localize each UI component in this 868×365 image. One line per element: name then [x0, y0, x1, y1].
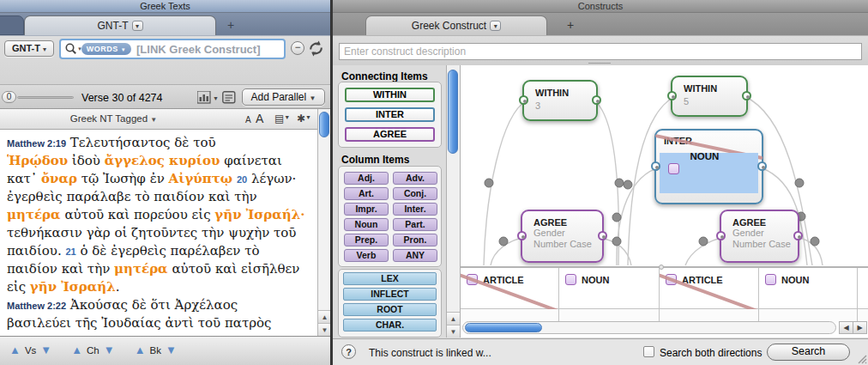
scroll-right-button[interactable]: ▶	[853, 321, 867, 334]
search-hit-word: μητέρα	[114, 261, 168, 277]
nav-bk-down-button[interactable]: ▼	[166, 344, 177, 356]
search-both-directions-checkbox[interactable]	[643, 346, 654, 357]
connector-socket[interactable]	[793, 231, 803, 240]
scroll-left-button[interactable]: ◀	[839, 321, 853, 334]
add-parallel-button[interactable]: Add Parallel ▼	[242, 88, 325, 106]
tab-greek-construct[interactable]: Greek Construct▾	[365, 15, 547, 35]
display-settings-icon[interactable]: ▤▼	[274, 113, 290, 125]
right-window-titlebar[interactable]: Constructs	[333, 0, 868, 13]
bible-text-pane[interactable]: Matthew 2:19 Τελευτήσαντος δὲ τοῦἩρῴδου …	[0, 130, 318, 336]
greek-text: αὐτοῦ καὶ εἰσῆλθεν	[168, 261, 300, 277]
nav-ch-up-button[interactable]: ▲	[71, 344, 82, 356]
column-checkbox[interactable]	[565, 274, 576, 285]
canvas-horizontal-scrollbar[interactable]	[462, 321, 836, 334]
column-checkbox[interactable]	[765, 274, 776, 285]
scroll-up-button[interactable]: ▲	[318, 310, 331, 323]
tab-gnt-t[interactable]: GNT-T▾	[24, 15, 216, 35]
column-article-3[interactable]: ARTICLE	[660, 268, 759, 323]
update-search-icon[interactable]	[307, 40, 325, 58]
column-article-1[interactable]: ARTICLE	[461, 268, 559, 323]
palette-item-lex[interactable]: LEX	[343, 272, 437, 285]
nav-vs-up-button[interactable]: ▲	[9, 344, 21, 356]
agree-node-1[interactable]: AGREE Gender Number Case	[521, 210, 604, 263]
tab-dropdown-icon[interactable]: ▾	[490, 21, 501, 31]
help-button[interactable]: ?	[341, 344, 356, 359]
palette-item-char[interactable]: CHAR.	[343, 319, 437, 332]
connector-socket[interactable]	[517, 231, 527, 240]
scroll-down-button[interactable]: ▼	[447, 325, 460, 338]
palette-item-conj[interactable]: Conj.	[393, 187, 437, 200]
remove-search-row-button[interactable]: −	[291, 41, 304, 55]
connector-socket[interactable]	[592, 95, 601, 105]
palette-item-pron[interactable]: Pron.	[393, 234, 437, 246]
scrollbar-thumb[interactable]	[319, 112, 329, 137]
search-input[interactable]	[136, 40, 280, 58]
palette-item-root[interactable]: ROOT	[343, 303, 437, 316]
nav-bk-up-button[interactable]: ▲	[135, 344, 146, 356]
palette-item-verb[interactable]: Verb	[344, 249, 389, 262]
text-vertical-scrollbar[interactable]: ▲ ▼	[317, 109, 330, 336]
palette-item-adj[interactable]: Adj.	[344, 172, 389, 185]
connector-socket[interactable]	[667, 91, 677, 100]
connector-socket[interactable]	[716, 231, 726, 240]
resize-grip-icon[interactable]	[856, 353, 867, 364]
palette-item-adv[interactable]: Adv.	[393, 172, 437, 185]
noun-checkbox[interactable]	[668, 163, 679, 174]
connector-socket[interactable]	[757, 161, 767, 171]
scroll-up-button[interactable]: ▲	[447, 312, 460, 325]
search-button[interactable]: Search	[767, 344, 850, 361]
connector-socket[interactable]	[742, 91, 751, 100]
agree-node-2[interactable]: AGREE Gender Number Case	[720, 210, 799, 263]
search-icon[interactable]	[64, 42, 78, 56]
column-noun-2[interactable]: NOUN	[559, 268, 660, 323]
dropdown-arrow-icon[interactable]: ▼	[213, 95, 219, 101]
analysis-chart-icon[interactable]	[197, 91, 211, 104]
palette-item-noun[interactable]: Noun	[344, 218, 389, 231]
dropdown-arrow-icon: ▼	[310, 94, 316, 102]
connector-socket[interactable]	[598, 231, 607, 240]
nav-vs-down-button[interactable]: ▼	[40, 344, 51, 356]
construct-description-input[interactable]	[339, 43, 862, 60]
increase-font-button[interactable]: A	[256, 112, 263, 125]
search-field[interactable]: ▼ WORDS ▼	[59, 39, 286, 59]
dropdown-arrow-icon: ▼	[121, 47, 126, 52]
text-module-title[interactable]: Greek NT Tagged ▼	[0, 113, 227, 124]
left-window-titlebar[interactable]: Greek Texts	[0, 0, 330, 13]
palette-item-agree[interactable]: AGREE	[345, 127, 435, 142]
palette-item-prep[interactable]: Prep.	[344, 234, 389, 246]
scrollbar-thumb[interactable]	[465, 323, 542, 332]
verse-slider-thumb[interactable]: 0	[2, 91, 16, 103]
gear-icon[interactable]: ✱▼	[297, 113, 311, 125]
palette-item-art[interactable]: Art.	[344, 187, 389, 200]
construct-canvas[interactable]: WITHIN 3 WITHIN 5 INTER NOUN	[461, 65, 868, 338]
greek-text: παιδίον καὶ τὴν	[7, 261, 114, 277]
left-tab-stub[interactable]	[0, 15, 24, 35]
column-noun-4[interactable]: NOUN	[759, 268, 858, 323]
palette-item-inter[interactable]: INTER	[345, 107, 435, 122]
search-hit-word: γῆν Ἰσραήλ	[30, 279, 116, 295]
scroll-down-button[interactable]: ▼	[318, 323, 331, 336]
connector-socket[interactable]	[519, 95, 528, 105]
palette-item-inter[interactable]: Inter.	[393, 203, 437, 216]
tab-dropdown-icon[interactable]: ▾	[132, 21, 143, 31]
palette-item-impr[interactable]: Impr.	[344, 203, 389, 216]
details-pane-icon[interactable]	[222, 91, 236, 104]
connector-socket[interactable]	[651, 161, 660, 171]
module-select-button[interactable]: GNT-T ▾	[4, 40, 54, 57]
within-node-1[interactable]: WITHIN 3	[522, 80, 598, 121]
palette-item-inflect[interactable]: INFLECT	[343, 288, 437, 301]
right-new-tab-button[interactable]: +	[558, 15, 583, 35]
left-new-tab-button[interactable]: +	[218, 15, 244, 35]
within-node-2[interactable]: WITHIN 5	[671, 76, 748, 117]
verse-nav-bar-inner: ▲Vs▼▲Ch▼▲Bk▼	[7, 344, 194, 356]
palette-scrollbar[interactable]: ▲ ▼	[446, 65, 461, 338]
palette-item-any[interactable]: ANY	[393, 249, 437, 262]
palette-item-within[interactable]: WITHIN	[345, 88, 435, 102]
nav-ch-down-button[interactable]: ▼	[104, 344, 115, 356]
verse-slider-track[interactable]	[17, 96, 74, 99]
words-scope-pill[interactable]: WORDS ▼	[81, 43, 131, 55]
decrease-font-button[interactable]: A	[245, 115, 251, 125]
inter-node[interactable]: INTER NOUN	[654, 129, 763, 204]
palette-item-part[interactable]: Part.	[393, 218, 437, 231]
scrollbar-thumb[interactable]	[448, 70, 458, 154]
